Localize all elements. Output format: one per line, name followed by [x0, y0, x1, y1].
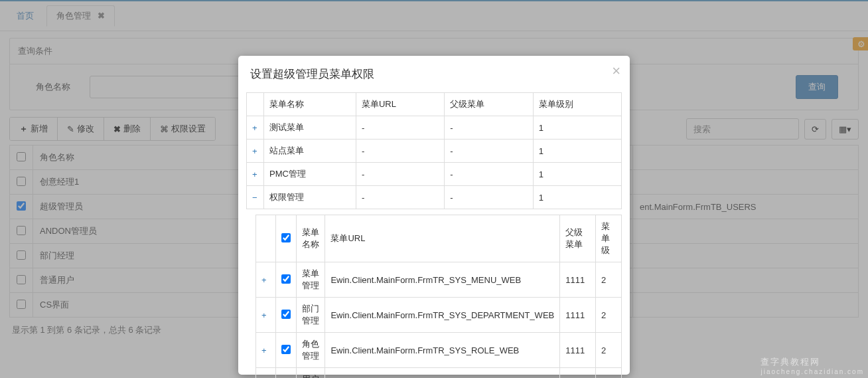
watermark: 查字典教程网 jiaocheng.chazidian.com: [760, 356, 864, 375]
cell-url: Ewin.Client.MainForm.FrmTR_SYS_USERS_WEB: [325, 368, 560, 379]
permission-modal: 设置超级管理员菜单权限 × 菜单名称 菜单URL 父级菜单 菜单级别 + 测试菜…: [238, 56, 630, 375]
row-checkbox[interactable]: [281, 274, 291, 284]
cell-parent: 1111: [560, 333, 596, 368]
submenu-row[interactable]: + 菜单管理 Ewin.Client.MainForm.FrmTR_SYS_ME…: [256, 262, 622, 298]
cell-url: -: [356, 186, 444, 209]
cell-name: 菜单管理: [297, 262, 325, 298]
cell-name: PMC管理: [264, 163, 356, 186]
menu-row[interactable]: + PMC管理 - - 1: [247, 163, 622, 186]
expand-icon[interactable]: −: [247, 186, 264, 209]
col-menu-name: 菜单名称: [264, 93, 356, 116]
cell-parent: -: [445, 163, 533, 186]
submenu-row[interactable]: + 部门管理 Ewin.Client.MainForm.FrmTR_SYS_DE…: [256, 298, 622, 333]
cell-parent: -: [445, 140, 533, 163]
expand-icon[interactable]: +: [247, 163, 264, 186]
cell-name: 角色管理: [297, 333, 325, 368]
menu-row[interactable]: − 权限管理 - - 1: [247, 186, 622, 209]
cell-name: 用户管理: [297, 368, 325, 379]
cell-url: Ewin.Client.MainForm.FrmTR_SYS_ROLE_WEB: [325, 333, 560, 368]
cell-parent: 1111: [560, 368, 596, 379]
cell-url: Ewin.Client.MainForm.FrmTR_SYS_MENU_WEB: [325, 262, 560, 298]
cell-level: 1: [533, 140, 621, 163]
cell-name: 站点菜单: [264, 140, 356, 163]
cell-level: 2: [596, 368, 622, 379]
cell-parent: -: [445, 116, 533, 140]
col-parent: 父级菜单: [560, 215, 596, 262]
cell-parent: 1111: [560, 262, 596, 298]
cell-level: 2: [596, 333, 622, 368]
cell-name: 测试菜单: [264, 116, 356, 140]
submenu-row[interactable]: + 角色管理 Ewin.Client.MainForm.FrmTR_SYS_RO…: [256, 333, 622, 368]
cell-name: 部门管理: [297, 298, 325, 333]
sub-select-all[interactable]: [281, 233, 291, 242]
submenu-row[interactable]: + 用户管理 Ewin.Client.MainForm.FrmTR_SYS_US…: [256, 368, 622, 379]
cell-url: Ewin.Client.MainForm.FrmTR_SYS_DEPARTMEN…: [325, 298, 560, 333]
menu-row[interactable]: + 测试菜单 - - 1: [247, 116, 622, 140]
cell-level: 1: [533, 116, 621, 140]
expand-icon[interactable]: +: [256, 368, 276, 379]
cell-parent: 1111: [560, 298, 596, 333]
menu-row[interactable]: + 站点菜单 - - 1: [247, 140, 622, 163]
modal-title: 设置超级管理员菜单权限: [250, 66, 618, 82]
expand-icon[interactable]: +: [247, 140, 264, 163]
row-checkbox[interactable]: [281, 310, 291, 319]
col-menu-url: 菜单URL: [356, 93, 444, 116]
col-parent: 父级菜单: [445, 93, 533, 116]
cell-level: 2: [596, 298, 622, 333]
expand-icon[interactable]: +: [247, 116, 264, 140]
cell-level: 2: [596, 262, 622, 298]
cell-level: 1: [533, 163, 621, 186]
col-menu-name: 菜单名称: [297, 215, 325, 262]
row-checkbox[interactable]: [281, 345, 291, 354]
cell-name: 权限管理: [264, 186, 356, 209]
cell-level: 1: [533, 186, 621, 209]
cell-url: -: [356, 140, 444, 163]
submenu-table: 菜单名称 菜单URL 父级菜单 菜单级 + 菜单管理 Ewin.Client.M…: [255, 215, 622, 378]
col-menu-url: 菜单URL: [325, 215, 560, 262]
cell-parent: -: [445, 186, 533, 209]
menu-table: 菜单名称 菜单URL 父级菜单 菜单级别 + 测试菜单 - - 1+ 站点菜单 …: [246, 92, 622, 209]
cell-url: -: [356, 116, 444, 140]
col-level: 菜单级别: [533, 93, 621, 116]
expand-icon[interactable]: +: [256, 262, 276, 298]
col-level: 菜单级: [596, 215, 622, 262]
cell-url: -: [356, 163, 444, 186]
expand-icon[interactable]: +: [256, 333, 276, 368]
expand-icon[interactable]: +: [256, 298, 276, 333]
modal-close-button[interactable]: ×: [612, 62, 620, 80]
